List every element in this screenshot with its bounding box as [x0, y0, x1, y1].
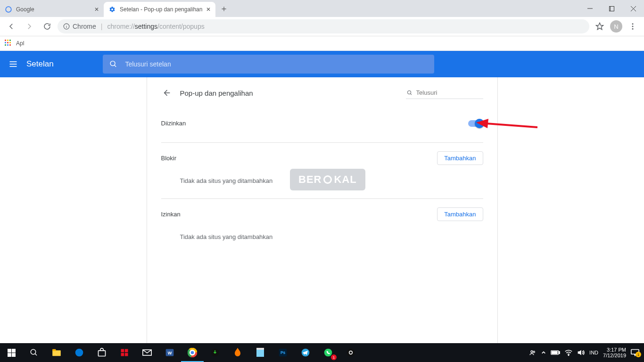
svg-point-48: [347, 349, 355, 357]
start-button[interactable]: [0, 343, 23, 362]
close-icon[interactable]: [622, 0, 644, 17]
search-icon: [407, 90, 413, 96]
word-icon[interactable]: W: [158, 343, 181, 362]
svg-text:Ps: Ps: [281, 350, 286, 355]
maximize-icon[interactable]: [601, 0, 622, 17]
svg-rect-32: [125, 353, 128, 356]
browser-titlebar: Google ✕ Setelan - Pop-up dan pengalihan…: [0, 0, 644, 17]
svg-point-27: [75, 349, 83, 357]
telegram-icon[interactable]: [294, 343, 317, 362]
apps-label[interactable]: Apl: [16, 40, 24, 47]
svg-rect-30: [125, 349, 128, 353]
svg-point-55: [568, 355, 569, 356]
svg-point-16: [110, 61, 115, 66]
window-controls: [579, 0, 644, 17]
search-icon: [109, 60, 117, 68]
whatsapp-badge: 1: [331, 354, 337, 360]
svg-rect-29: [121, 349, 124, 353]
back-button[interactable]: [4, 19, 19, 34]
add-block-button[interactable]: Tambahkan: [437, 151, 483, 165]
address-bar[interactable]: Chrome | chrome://settings/content/popup…: [58, 19, 589, 33]
clock-date: 7/12/2019: [603, 353, 626, 358]
language-indicator[interactable]: IND: [589, 350, 598, 355]
whatsapp-icon[interactable]: 1: [317, 343, 339, 362]
battery-icon[interactable]: [551, 350, 560, 355]
windows-taskbar: W Ps 1 IND: [0, 343, 644, 362]
svg-point-19: [407, 90, 411, 94]
svg-line-17: [115, 65, 116, 67]
svg-point-11: [632, 26, 634, 27]
notepad-icon[interactable]: [249, 343, 272, 362]
svg-rect-28: [99, 351, 106, 356]
page-title: Pop-up dan pengalihan: [180, 89, 253, 97]
bookmark-star-icon[interactable]: [592, 19, 607, 34]
svg-point-50: [531, 351, 533, 353]
close-icon[interactable]: ✕: [206, 6, 211, 13]
settings-search[interactable]: [103, 55, 434, 74]
taskbar-clock[interactable]: 3:17 PM 7/12/2019: [603, 347, 626, 358]
mail-icon[interactable]: [136, 343, 158, 362]
add-allow-button[interactable]: Tambahkan: [437, 207, 483, 221]
hamburger-menu-button[interactable]: [0, 59, 26, 69]
chrome-icon[interactable]: [181, 343, 204, 362]
watermark: BER KAL: [290, 169, 365, 190]
close-icon[interactable]: ✕: [94, 6, 99, 13]
svg-point-23: [31, 349, 36, 354]
tab-settings-popups[interactable]: Setelan - Pop-up dan pengalihan ✕: [104, 2, 215, 17]
bulb-icon: [323, 175, 332, 184]
settings-search-input[interactable]: [124, 60, 428, 68]
svg-rect-31: [121, 353, 124, 356]
svg-text:W: W: [168, 351, 172, 355]
profile-avatar[interactable]: N: [610, 20, 622, 33]
tab-title: Setelan - Pop-up dan pengalihan: [120, 6, 202, 13]
svg-rect-42: [256, 349, 264, 357]
back-arrow-icon[interactable]: [161, 88, 171, 98]
svg-rect-43: [256, 348, 264, 350]
burn-icon[interactable]: [226, 343, 249, 362]
svg-point-12: [632, 28, 634, 30]
gear-favicon: [108, 6, 116, 13]
search-taskbar-icon[interactable]: [23, 343, 45, 362]
tab-google[interactable]: Google ✕: [0, 2, 104, 17]
volume-icon[interactable]: [577, 349, 585, 356]
wifi-icon[interactable]: [565, 349, 572, 356]
allowed-label: Diizinkan: [161, 120, 186, 127]
gift-app-icon[interactable]: [113, 343, 136, 362]
svg-point-51: [533, 351, 535, 353]
svg-rect-53: [559, 352, 560, 354]
settings-title: Setelan: [26, 59, 54, 69]
allow-section-label: Izinkan: [161, 211, 181, 218]
people-tray-icon[interactable]: [529, 349, 537, 356]
edge-icon[interactable]: [68, 343, 91, 362]
url-display: chrome://settings/content/popups: [107, 23, 204, 30]
reload-button[interactable]: [40, 19, 55, 34]
app-icon[interactable]: [339, 343, 362, 362]
detail-search[interactable]: [406, 87, 483, 99]
svg-marker-9: [596, 23, 603, 30]
site-info-chip[interactable]: Chrome: [63, 23, 96, 30]
clock-time: 3:17 PM: [603, 347, 626, 353]
apps-icon[interactable]: [5, 40, 12, 47]
action-center-badge: 1: [636, 352, 641, 357]
svg-rect-54: [552, 352, 558, 354]
detail-search-input[interactable]: [415, 89, 482, 97]
action-center-icon[interactable]: 1: [631, 349, 639, 356]
forward-button[interactable]: [22, 19, 37, 34]
tab-title: Google: [16, 6, 91, 13]
allow-empty-message: Tidak ada situs yang ditambahkan: [161, 224, 483, 253]
avatar-letter: N: [614, 23, 618, 30]
svg-point-0: [6, 7, 11, 12]
tray-expand-icon[interactable]: [541, 350, 546, 355]
minimize-icon[interactable]: [579, 0, 601, 17]
browser-toolbar: Chrome | chrome://settings/content/popup…: [0, 17, 644, 36]
browser-menu-button[interactable]: [625, 19, 640, 34]
svg-marker-22: [476, 119, 488, 128]
svg-line-20: [410, 93, 412, 95]
store-icon[interactable]: [91, 343, 113, 362]
settings-main-panel: Pop-up dan pengalihan Diizinkan Blokir T…: [147, 77, 498, 344]
svg-point-40: [191, 351, 194, 354]
photoshop-icon[interactable]: Ps: [272, 343, 294, 362]
new-tab-button[interactable]: ＋: [217, 2, 231, 15]
file-explorer-icon[interactable]: [45, 343, 68, 362]
download-manager-icon[interactable]: [204, 343, 226, 362]
